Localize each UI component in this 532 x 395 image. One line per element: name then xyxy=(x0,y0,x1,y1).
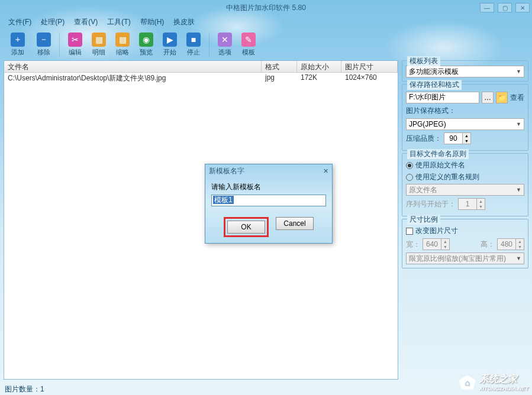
app-title: 中格图片加水印软件 5.80 xyxy=(226,3,306,13)
tool-add[interactable]: ＋添加 xyxy=(5,30,31,59)
tool-options[interactable]: ✕选项 xyxy=(214,30,236,59)
template-dropdown[interactable]: 多功能演示模板▼ xyxy=(406,66,524,77)
size-group: 尺寸比例 改变图片尺寸 宽： 640▲▼ 高： 480▲▼ 限宽原比例缩放(淘宝… xyxy=(402,219,528,268)
file-list-panel: 文件名 格式 原始大小 图片尺寸 C:\Users\Administrator\… xyxy=(4,60,398,380)
table-header: 文件名 格式 原始大小 图片尺寸 xyxy=(4,61,398,73)
tool-edit[interactable]: ✂编辑 xyxy=(65,30,86,59)
menu-file[interactable]: 文件(F) xyxy=(5,16,35,28)
col-filename[interactable]: 文件名 xyxy=(4,61,262,72)
new-template-dialog: 新模板名字 ✕ 请输入新模板名 模板1 OK Cancel xyxy=(205,164,333,244)
scale-mode-dropdown: 限宽原比例缩放(淘宝图片常用)▼ xyxy=(406,252,524,264)
maximize-button[interactable]: ▢ xyxy=(498,3,512,12)
col-format[interactable]: 格式 xyxy=(262,61,297,72)
chevron-down-icon: ▼ xyxy=(516,255,521,261)
tool-thumb[interactable]: ▦缩略 xyxy=(112,30,133,59)
browse-button[interactable]: … xyxy=(482,92,494,103)
save-path-group: 保存路径和格式 F:\水印图片 … 📁 查看 图片保存格式： JPG(JPEG)… xyxy=(402,84,528,151)
dialog-close-button[interactable]: ✕ xyxy=(323,167,328,175)
save-path-input[interactable]: F:\水印图片 xyxy=(406,92,479,103)
chevron-down-icon: ▼ xyxy=(516,121,521,127)
titlebar: 中格图片加水印软件 5.80 — ▢ ✕ xyxy=(0,0,532,15)
format-dropdown[interactable]: JPG(JPEG)▼ xyxy=(406,118,524,130)
statusbar: 图片数量：1 xyxy=(0,383,532,395)
tool-detail[interactable]: ▦明细 xyxy=(88,30,109,59)
rename-rule-dropdown: 原文件名▼ xyxy=(406,184,524,196)
menu-view[interactable]: 查看(V) xyxy=(70,16,101,28)
template-list-group: 模板列表 多功能演示模板▼ xyxy=(402,60,528,82)
tool-start[interactable]: ▶开始 xyxy=(159,30,180,59)
minimize-button[interactable]: — xyxy=(480,3,494,12)
col-dimensions[interactable]: 图片尺寸 xyxy=(341,61,398,72)
sequence-spinner: 1 ▲▼ xyxy=(458,198,485,210)
template-name-input[interactable]: 模板1 xyxy=(211,195,326,206)
cancel-button[interactable]: Cancel xyxy=(276,217,314,230)
menu-help[interactable]: 帮助(H) xyxy=(137,16,168,28)
col-size[interactable]: 原始大小 xyxy=(297,61,341,72)
menu-skin[interactable]: 换皮肤 xyxy=(170,16,198,28)
close-button[interactable]: ✕ xyxy=(515,3,530,12)
tool-preview[interactable]: ◉预览 xyxy=(136,30,157,59)
table-row[interactable]: C:\Users\Administrator\Desktop\新建文件夹\89.… xyxy=(4,73,398,83)
menu-process[interactable]: 处理(P) xyxy=(37,16,68,28)
folder-icon[interactable]: 📁 xyxy=(496,92,508,103)
chevron-down-icon: ▼ xyxy=(516,187,521,193)
tool-template[interactable]: ✎模板 xyxy=(238,30,259,59)
tool-remove[interactable]: －移除 xyxy=(33,30,54,59)
naming-group: 目标文件命名原则 使用原始文件名 使用定义的重名规则 原文件名▼ 序列号开始于：… xyxy=(402,153,528,216)
dialog-title: 新模板名字 xyxy=(209,166,244,176)
radio-original-name[interactable]: 使用原始文件名 xyxy=(406,160,524,170)
quality-spinner[interactable]: 90 ▲▼ xyxy=(444,132,471,144)
menubar: 文件(F) 处理(P) 查看(V) 工具(T) 帮助(H) 换皮肤 xyxy=(0,15,532,28)
chevron-down-icon: ▼ xyxy=(516,69,521,75)
highlight-annotation: OK xyxy=(224,217,269,237)
watermark-logo: ⌂ 系统之家 XITONGZHIJIA.NET xyxy=(459,373,528,391)
toolbar: ＋添加 －移除 ✂编辑 ▦明细 ▦缩略 ◉预览 ▶开始 ■停止 ✕选项 ✎模板 xyxy=(0,28,532,60)
ok-button[interactable]: OK xyxy=(227,221,265,234)
resize-checkbox[interactable]: 改变图片尺寸 xyxy=(406,226,524,236)
radio-custom-name[interactable]: 使用定义的重名规则 xyxy=(406,172,524,182)
width-spinner: 640▲▼ xyxy=(423,238,450,250)
dialog-prompt: 请输入新模板名 xyxy=(211,182,326,192)
view-button[interactable]: 查看 xyxy=(510,93,524,103)
height-spinner: 480▲▼ xyxy=(497,238,524,250)
house-icon: ⌂ xyxy=(459,375,476,390)
menu-tools[interactable]: 工具(T) xyxy=(104,16,134,28)
tool-stop[interactable]: ■停止 xyxy=(183,30,204,59)
